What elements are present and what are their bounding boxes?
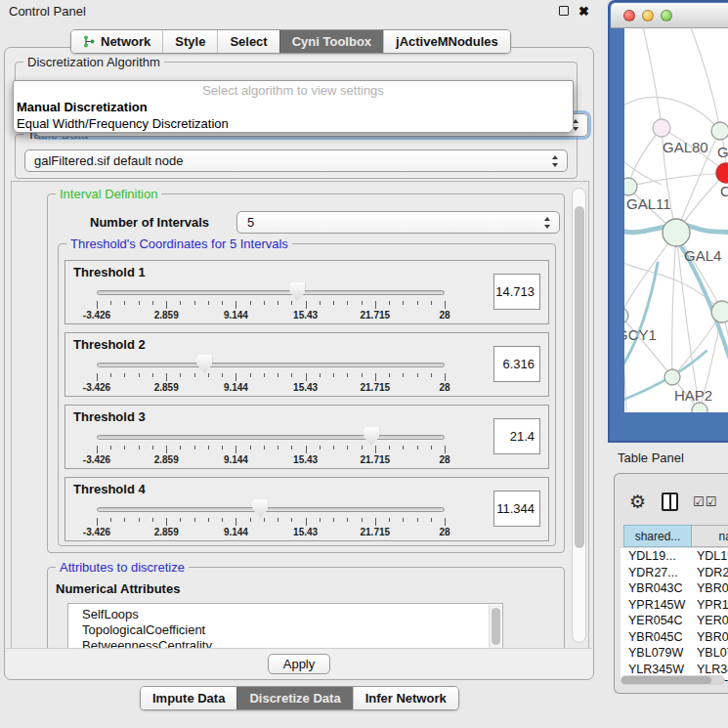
table-header-row: shared...name xyxy=(623,525,728,547)
table-rows: YDL19...YDL19...YDR27...YDR27...YBR043CY… xyxy=(621,548,728,681)
attribute-item-topologicalcoefficient[interactable]: TopologicalCoefficient xyxy=(82,622,502,638)
network-node-hap2[interactable] xyxy=(664,369,680,385)
tab-label: Network xyxy=(101,34,150,49)
zoom-traffic-light-icon[interactable] xyxy=(661,10,672,21)
network-node-h[interactable] xyxy=(711,301,728,322)
tab-select[interactable]: Select xyxy=(217,30,278,53)
attributes-list-scrollbar[interactable] xyxy=(489,605,501,650)
table-panel-title: Table Panel xyxy=(618,450,684,465)
split-columns-icon[interactable] xyxy=(662,492,678,511)
slider-track[interactable] xyxy=(97,507,445,512)
threshold-slider-4[interactable]: -3.4262.8599.14415.4321.71528 xyxy=(97,478,445,542)
num-intervals-combo[interactable]: 5 xyxy=(236,211,560,234)
table-cell: YER054C xyxy=(691,614,728,627)
slider-ticks xyxy=(97,446,445,453)
table-row[interactable]: YBR043CYBR043C xyxy=(621,580,728,597)
column-header-name[interactable]: name xyxy=(692,525,728,547)
popup-option-manual-discretization[interactable]: Manual Discretization xyxy=(14,100,573,116)
table-row[interactable]: YDR27...YDR27... xyxy=(621,565,728,581)
slider-thumb[interactable] xyxy=(196,355,212,373)
threshold-slider-3[interactable]: -3.4262.8599.14415.4321.71528 xyxy=(97,406,445,470)
table-cell: YDL19... xyxy=(621,549,691,563)
minimize-traffic-light-icon[interactable] xyxy=(642,10,654,21)
tab-network[interactable]: Network xyxy=(71,30,162,53)
network-node[interactable] xyxy=(692,403,707,412)
threshold-value-input-4[interactable]: 11.344 xyxy=(493,491,540,527)
threshold-slider-1[interactable]: -3.4262.8599.14415.4321.71528 xyxy=(97,261,445,325)
network-node-g[interactable] xyxy=(711,122,728,140)
mode-tab-infer-network[interactable]: Infer Network xyxy=(353,687,458,709)
table-data-combo-value: galFiltered.sif default node xyxy=(34,153,183,168)
discretization-algorithm-group-title: Discretization Algorithm xyxy=(23,55,164,69)
attribute-item-selfloops[interactable]: SelfLoops xyxy=(82,607,502,622)
table-row[interactable]: YPR145WYPR145W xyxy=(621,597,728,614)
network-node-gal11[interactable] xyxy=(624,178,637,195)
scrollbar-thumb[interactable] xyxy=(621,676,711,684)
gear-icon[interactable]: ⚙ xyxy=(629,492,646,511)
checkbox-icon[interactable]: ☑ xyxy=(693,494,705,509)
table-cell: YER054C xyxy=(621,614,691,627)
table-cell: YBR045C xyxy=(691,630,728,644)
table-row[interactable]: YDL19...YDL19... xyxy=(621,548,728,565)
spinner-arrows-icon xyxy=(552,155,559,167)
tab-cyni-toolbox[interactable]: Cyni Toolbox xyxy=(279,30,383,53)
slider-track[interactable] xyxy=(97,363,445,367)
column-header-shared[interactable]: shared... xyxy=(623,525,692,547)
control-panel-titlebar: Control Panel ✖ xyxy=(0,0,598,21)
checkbox-icon[interactable]: ☑ xyxy=(706,494,717,509)
threshold-value-input-3[interactable]: 21.4 xyxy=(493,418,540,454)
close-traffic-light-icon[interactable] xyxy=(623,10,635,21)
network-canvas[interactable]: GAL80GCGAL11GAL4GCY1HHAP2 xyxy=(624,28,728,412)
interval-definition-title: Interval Definition xyxy=(56,187,161,201)
table-row[interactable]: YBR045CYBR045C xyxy=(621,629,728,646)
slider-ticks xyxy=(97,373,445,381)
table-row[interactable]: YER054CYER054C xyxy=(621,613,728,629)
scrollbar-thumb[interactable] xyxy=(575,206,584,548)
slider-thumb[interactable] xyxy=(289,282,305,301)
table-cell: YBR043C xyxy=(691,581,728,595)
popup-option-equal-width-frequency[interactable]: Equal Width/Frequency Discretization xyxy=(14,116,573,133)
slider-thumb[interactable] xyxy=(252,499,268,518)
threshold-value-input-1[interactable]: 14.713 xyxy=(493,274,540,310)
mode-tab-impute-data[interactable]: Impute Data xyxy=(141,687,236,709)
numerical-attributes-label: Numerical Attributes xyxy=(56,581,180,596)
scrollbar-thumb[interactable] xyxy=(492,608,500,645)
slider-track[interactable] xyxy=(97,290,445,295)
slider-scale-labels: -3.4262.8599.14415.4321.71528 xyxy=(97,454,445,466)
apply-button[interactable]: Apply xyxy=(268,654,330,674)
node-label-gcy1: GCY1 xyxy=(624,326,657,343)
numerical-attributes-list[interactable]: SelfLoopsTopologicalCoefficientBetweenne… xyxy=(67,603,503,650)
num-intervals-value: 5 xyxy=(247,215,254,230)
network-node-gal80[interactable] xyxy=(653,119,670,137)
slider-thumb[interactable] xyxy=(364,427,379,446)
node-label-hap2: HAP2 xyxy=(674,387,712,404)
thresholds-group: Threshold's Coordinates for 5 Intervals … xyxy=(58,243,556,546)
tab-label: Select xyxy=(230,34,267,49)
tab-jactivemnodules[interactable]: jActiveMNodules xyxy=(383,30,510,53)
close-window-icon[interactable]: ✖ xyxy=(578,5,589,18)
network-node-gal4[interactable] xyxy=(663,219,690,246)
network-nodes: GAL80GCGAL11GAL4GCY1HHAP2 xyxy=(624,119,728,412)
settings-scrollbar[interactable] xyxy=(572,188,586,643)
mode-tab-discretize-data[interactable]: Discretize Data xyxy=(236,687,352,709)
network-node-gcy1[interactable] xyxy=(624,308,628,323)
algorithm-popup-placeholder: Select algorithm to view settings xyxy=(14,83,573,100)
thresholds-group-title: Threshold's Coordinates for 5 Intervals xyxy=(66,236,292,251)
table-cell: YPR145W xyxy=(691,598,728,612)
mode-tab-label: Impute Data xyxy=(152,691,225,706)
table-data-combo[interactable]: galFiltered.sif default node xyxy=(24,150,568,172)
float-window-icon[interactable] xyxy=(559,6,569,16)
bottom-tab-bar: Impute DataDiscretize DataInfer Network xyxy=(140,686,459,710)
threshold-slider-2[interactable]: -3.4262.8599.14415.4321.71528 xyxy=(97,333,445,398)
table-row[interactable]: YBL079WYBL079W xyxy=(621,645,728,662)
threshold-value-input-2[interactable]: 6.316 xyxy=(493,346,540,382)
node-label-gal80: GAL80 xyxy=(663,139,708,155)
threshold-panel-1: Threshold 1-3.4262.8599.14415.4321.71528… xyxy=(64,260,549,324)
tab-style[interactable]: Style xyxy=(162,30,217,53)
table-toolbar: ⚙ ☑ ☑ xyxy=(615,482,728,521)
node-label-gal4: GAL4 xyxy=(684,247,721,264)
num-intervals-label: Number of Intervals xyxy=(90,215,209,230)
threshold-panel-4: Threshold 4-3.4262.8599.14415.4321.71528… xyxy=(64,477,549,541)
slider-track[interactable] xyxy=(97,435,445,440)
table-horizontal-scrollbar[interactable] xyxy=(621,675,725,685)
